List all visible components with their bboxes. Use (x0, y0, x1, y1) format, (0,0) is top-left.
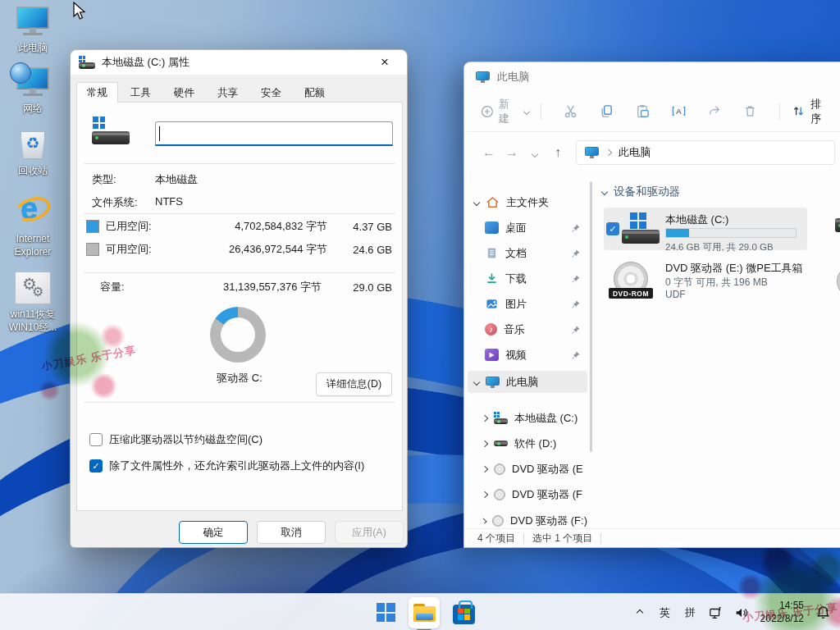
tab-general[interactable]: 常规 (76, 82, 118, 103)
selection-checkbox[interactable]: ✓ (606, 222, 619, 235)
network-icon (709, 605, 724, 620)
tab-tools[interactable]: 工具 (120, 82, 162, 103)
desktop-icon-win11-restore[interactable]: ⚙⚙ win11恢复 WIN10经... (3, 272, 62, 334)
clock[interactable]: 14:55 2022/8/12 (757, 600, 807, 625)
cut-button[interactable] (557, 99, 585, 124)
notifications-button[interactable]: z (813, 598, 833, 628)
taskbar-microsoft-store[interactable] (448, 597, 479, 628)
sidebar-item-label: 下载 (505, 272, 527, 286)
pin-icon (571, 299, 581, 309)
tab-hardware[interactable]: 硬件 (163, 82, 205, 103)
sidebar-item-documents[interactable]: 文档 (468, 242, 587, 264)
sidebar-item-dvd-e[interactable]: DVD 驱动器 (E (468, 458, 587, 480)
breadcrumb[interactable]: 此电脑 (619, 145, 651, 160)
network-tray-button[interactable] (706, 598, 726, 628)
row-label: 可用空间: (106, 242, 203, 257)
address-bar[interactable]: 此电脑 (576, 140, 835, 165)
desktop-icon-this-pc[interactable]: 此电脑 (3, 7, 62, 54)
downloads-icon (485, 272, 499, 285)
sidebar-item-home[interactable]: 主文件夹 (468, 191, 587, 213)
new-button[interactable]: 新建 (481, 97, 529, 126)
sidebar-item-label: DVD 驱动器 (F:) (510, 514, 587, 528)
cancel-button[interactable]: 取消 (257, 521, 326, 544)
desktop: 此电脑 网络 ♻ 回收站 e Internet Explorer ⚙⚙ win1… (0, 0, 840, 630)
sidebar-item-dvd-2[interactable]: DVD 驱动器 (F:) (468, 509, 587, 528)
drive-c-tile[interactable]: ✓ 本地磁盘 (C:) 24.6 GB 可用, 共 29.0 GB (604, 208, 807, 250)
selected-count: 选中 1 个项目 (532, 532, 592, 546)
trash-icon (742, 103, 758, 119)
sidebar-item-pictures[interactable]: 图片 (468, 293, 587, 315)
sidebar-item-desktop[interactable]: 桌面 (468, 217, 587, 239)
dialog-checkbox-compress[interactable] (89, 433, 103, 446)
forward-button[interactable]: → (500, 145, 523, 160)
volume-tray-button[interactable] (732, 598, 751, 628)
dvd-drive-icon (494, 463, 505, 475)
tree-scrollbar[interactable] (590, 181, 592, 452)
dialog-title: 本地磁盘 (C:) 属性 (102, 55, 189, 70)
tab-sharing[interactable]: 共享 (207, 82, 249, 103)
start-button[interactable] (371, 598, 400, 628)
share-button[interactable] (701, 99, 728, 124)
paste-button[interactable] (629, 99, 657, 124)
videos-icon: ▶ (485, 349, 499, 361)
copy-button[interactable] (593, 99, 621, 124)
up-button[interactable]: ↑ (546, 145, 569, 160)
dvd-drive-icon (492, 515, 504, 527)
drive-d-icon-partial[interactable] (835, 218, 840, 232)
sidebar-item-label: 主文件夹 (506, 195, 549, 210)
tab-quota[interactable]: 配额 (294, 82, 336, 103)
documents-icon (485, 247, 499, 259)
taskbar-center (371, 594, 479, 630)
tab-security[interactable]: 安全 (250, 82, 292, 103)
sidebar-item-drive-c[interactable]: 本地磁盘 (C:) (468, 407, 587, 429)
sidebar-item-videos[interactable]: ▶ 视频 (468, 344, 587, 366)
chevron-right-icon (482, 414, 488, 421)
sidebar-item-drive-d[interactable]: 软件 (D:) (468, 432, 587, 454)
details-button[interactable]: 详细信息(D) (316, 372, 392, 396)
history-dropdown[interactable] (523, 145, 546, 160)
this-pc-icon (476, 71, 490, 83)
ok-button[interactable]: 确定 (179, 521, 248, 544)
hidden-icons-button[interactable] (630, 598, 650, 628)
desktop-icon-internet-explorer[interactable]: e Internet Explorer (3, 191, 62, 258)
rename-button[interactable]: A (664, 99, 692, 124)
sidebar-item-this-pc[interactable]: 此电脑 (468, 371, 587, 393)
back-button[interactable]: ← (477, 145, 500, 160)
copy-icon (599, 103, 614, 119)
dvd-f-icon-partial[interactable] (837, 265, 840, 298)
row-bytes: 31,139,557,376 字节 (197, 280, 322, 294)
svg-text:z: z (825, 606, 828, 612)
desktop-icon-network[interactable]: 网络 (3, 67, 62, 115)
item-count: 4 个项目 (477, 532, 515, 546)
windows-logo-icon (377, 603, 395, 622)
apply-button[interactable]: 应用(A) (335, 521, 404, 544)
delete-button[interactable] (737, 99, 765, 124)
dialog-titlebar[interactable]: 本地磁盘 (C:) 属性 × (71, 50, 407, 75)
taskbar-file-explorer[interactable] (409, 597, 440, 628)
sidebar-item-label: 视频 (505, 348, 527, 363)
free-space-swatch (86, 243, 99, 256)
ime-language-button[interactable]: 英 (655, 598, 675, 628)
sidebar-item-downloads[interactable]: 下载 (468, 267, 587, 290)
sidebar-item-dvd-f[interactable]: DVD 驱动器 (F (468, 483, 587, 505)
dvd-e-item[interactable]: DVD-ROM DVD 驱动器 (E:) 微PE工具箱 0 字节 可用, 共 1… (604, 258, 817, 306)
chevron-up-icon (636, 609, 642, 615)
volume-label-input[interactable] (155, 121, 393, 146)
section-devices-and-drives[interactable]: 设备和驱动器 (602, 185, 680, 199)
desktop-icon-recycle-bin[interactable]: ♻ 回收站 (3, 128, 62, 177)
dialog-checkbox-index[interactable]: ✓ (89, 459, 103, 472)
explorer-titlebar[interactable]: 此电脑 (464, 62, 840, 91)
close-button[interactable]: × (371, 52, 399, 72)
drive-d-icon (494, 437, 508, 450)
field-type: 类型: 本地磁盘 (92, 172, 392, 187)
speaker-icon (734, 605, 749, 620)
chevron-right-icon (482, 491, 488, 497)
cancel-button-label: 取消 (281, 526, 302, 540)
ime-mode-button[interactable]: 拼 (681, 598, 701, 628)
desktop-icon-label: 回收站 (18, 164, 48, 177)
sort-button[interactable]: 排序 (792, 97, 832, 126)
rename-icon: A (671, 103, 687, 119)
sidebar-item-music[interactable]: ♪ 音乐 (468, 318, 587, 340)
usage-donut (210, 307, 266, 363)
gears-icon: ⚙⚙ (15, 272, 51, 304)
